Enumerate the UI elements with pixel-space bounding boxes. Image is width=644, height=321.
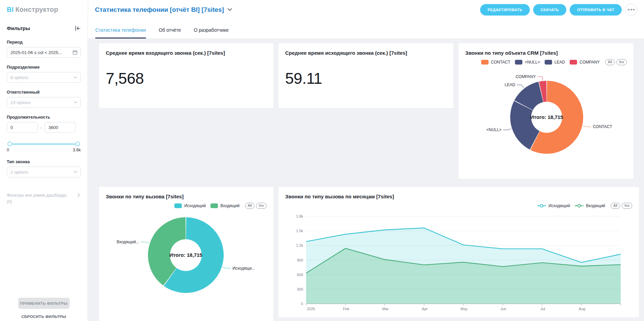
- legend-item[interactable]: Исходящий: [537, 203, 570, 208]
- card-title: Среднее время входящего звонка (сек.) [7…: [106, 50, 267, 56]
- outside-filters-count: (0): [7, 199, 12, 204]
- dashboard-content: Среднее время входящего звонка (сек.) [7…: [88, 39, 644, 321]
- card-monthly-chart: Звонки по типу вызова по месяцам [7sites…: [278, 187, 639, 317]
- legend-swatch: [481, 60, 489, 65]
- duration-slider: [7, 142, 80, 146]
- duration-separator: -: [41, 125, 42, 130]
- tab-statistics[interactable]: Статистика телефонии: [95, 27, 146, 39]
- donut-center-total: Итого: 18,715: [530, 114, 563, 120]
- kpi-value: 7,568: [106, 69, 267, 88]
- card-title: Звонки по типу вызова [7sites]: [106, 194, 267, 199]
- legend-swatch: [515, 60, 522, 65]
- x-axis-label: Aug: [579, 307, 586, 311]
- department-select[interactable]: 8 options: [7, 72, 81, 83]
- legend-all-button[interactable]: All: [605, 59, 615, 65]
- logo-bi: BI: [7, 6, 14, 13]
- legend-all-button[interactable]: All: [245, 203, 254, 209]
- responsible-select[interactable]: 23 options: [7, 97, 81, 108]
- legend-all-button[interactable]: All: [611, 203, 620, 209]
- slider-handle-max[interactable]: [75, 142, 80, 146]
- period-label: Период: [7, 40, 81, 45]
- card-title: Среднее время исходящего звонка (сек.) […: [285, 50, 447, 56]
- send-to-chat-button[interactable]: ОТПРАВИТЬ В ЧАТ: [570, 4, 622, 16]
- cards-row-2: Звонки по типу вызова [7sites] Исходящий…: [99, 187, 644, 321]
- y-axis-label: 1.5k: [296, 229, 303, 233]
- legend-swatch: [570, 60, 577, 65]
- tab-about-developer[interactable]: О разработчике: [194, 27, 228, 39]
- x-axis-label: May: [461, 307, 468, 311]
- callout-line: [517, 85, 524, 88]
- kpi-value: 59.11: [285, 69, 447, 88]
- filter-department: Подразделение 8 options: [7, 65, 81, 83]
- duration-min-input[interactable]: [7, 122, 38, 133]
- chevron-down-icon: [74, 101, 77, 104]
- line-series-icon: [537, 204, 546, 208]
- donut-segment-LEAD[interactable]: [524, 92, 541, 105]
- callout-label: Входящий...: [117, 240, 139, 245]
- y-axis-label: 0: [301, 302, 303, 306]
- cards-row-1: Среднее время входящего звонка (сек.) [7…: [99, 43, 644, 179]
- callout-label: <NULL>: [486, 128, 501, 132]
- report-title[interactable]: Статистика телефонии [отчёт BI] [7sites]: [95, 6, 224, 14]
- reset-filters-button[interactable]: СБРОСИТЬ ФИЛЬТРЫ: [21, 315, 66, 319]
- app-logo: BIКонструктор: [0, 6, 88, 14]
- line-series-icon: [575, 204, 584, 208]
- responsible-label: Ответственный: [7, 90, 81, 95]
- card-title: Звонки по типу объекта CRM [7sites]: [465, 50, 627, 56]
- crm-donut-chart: CONTACT<NULL>LEADCOMPANYИтого: 18,715: [465, 66, 627, 167]
- legend-item[interactable]: Входящий: [210, 203, 240, 208]
- department-placeholder: 8 options: [10, 75, 28, 80]
- legend-item[interactable]: Входящий: [575, 203, 605, 208]
- donut-segment-COMPANY[interactable]: [541, 91, 546, 92]
- legend-swatch: [545, 60, 552, 65]
- period-input[interactable]: 2025-01-06 ≤ col < 2025...: [7, 47, 81, 58]
- callout-line: [503, 129, 511, 130]
- slider-track[interactable]: [9, 143, 78, 145]
- report-title-chevron-down-icon[interactable]: [227, 8, 232, 11]
- legend-inv-button[interactable]: Inv: [616, 59, 627, 65]
- y-axis-label: 900: [297, 258, 303, 262]
- legend-item[interactable]: LEAD: [545, 60, 565, 65]
- outside-filters-link[interactable]: Фильтры вне рамок дашборда (0): [7, 192, 81, 205]
- x-axis-label: Apr: [422, 307, 428, 311]
- main-area: Статистика телефонии Об отчёте О разрабо…: [88, 19, 644, 321]
- apply-filters-button[interactable]: ПРИМЕНИТЬ ФИЛЬТРЫ: [18, 298, 70, 309]
- callout-line: [141, 242, 149, 243]
- x-axis-label: Jun: [500, 307, 506, 311]
- filter-period: Период 2025-01-06 ≤ col < 2025...: [7, 40, 81, 58]
- donut-segment-<NULL>[interactable]: [521, 106, 535, 141]
- legend-inv-button[interactable]: Inv: [622, 203, 632, 209]
- legend-item[interactable]: COMPANY: [570, 60, 600, 65]
- more-options-button[interactable]: [625, 4, 637, 16]
- department-label: Подразделение: [7, 65, 81, 70]
- duration-max-input[interactable]: [45, 122, 76, 133]
- slider-handle-min[interactable]: [7, 142, 12, 146]
- slider-min-label: 0: [7, 148, 9, 152]
- card-call-type-donut: Звонки по типу вызова [7sites] Исходящий…: [99, 187, 273, 321]
- chevron-down-icon: [74, 76, 77, 79]
- y-axis-label: 600: [297, 273, 303, 277]
- call-type-label: Тип звонка: [7, 159, 81, 164]
- collapse-sidebar-icon[interactable]: [75, 26, 81, 31]
- edit-button[interactable]: РЕДАКТИРОВАТЬ: [480, 4, 529, 16]
- call-type-select[interactable]: 2 options: [7, 167, 81, 177]
- card-avg-outgoing: Среднее время исходящего звонка (сек.) […: [278, 43, 453, 108]
- filter-responsible: Ответственный 23 options: [7, 90, 81, 108]
- crm-legend: CONTACT <NULL> LEAD COMPANY AllInv: [465, 59, 627, 65]
- callout-line: [583, 126, 591, 127]
- tab-about-report[interactable]: Об отчёте: [159, 27, 181, 39]
- call-type-placeholder: 2 options: [10, 170, 28, 175]
- top-bar: BIКонструктор Статистика телефонии [отчё…: [0, 0, 644, 19]
- callout-line: [222, 267, 230, 268]
- legend-item[interactable]: <NULL>: [515, 60, 540, 65]
- legend-inv-button[interactable]: Inv: [256, 203, 267, 209]
- callout-label: LEAD: [504, 83, 515, 88]
- legend-item[interactable]: Исходящий: [174, 203, 206, 208]
- legend-swatch: [210, 203, 218, 208]
- monthly-area-chart: 03006009001.2k1.5k1.8k2025FebMarAprMayJu…: [285, 209, 632, 314]
- tab-bar: Статистика телефонии Об отчёте О разрабо…: [88, 19, 644, 39]
- filter-call-type: Тип звонка 2 options: [7, 159, 81, 177]
- period-value: 2025-01-06 ≤ col < 2025...: [10, 50, 62, 55]
- legend-item[interactable]: CONTACT: [481, 60, 510, 65]
- download-button[interactable]: СКАЧАТЬ: [533, 4, 566, 16]
